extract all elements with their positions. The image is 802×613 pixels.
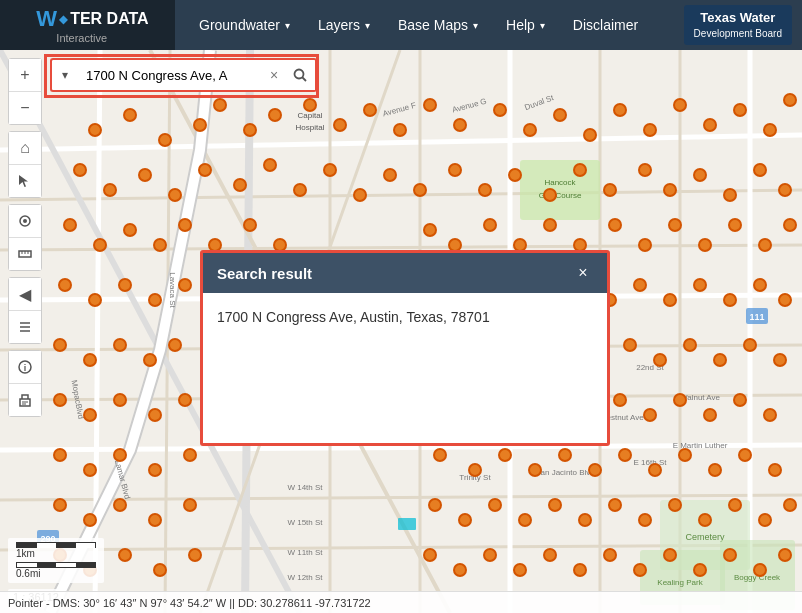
map-dot[interactable] [483,218,497,232]
map-dot[interactable] [178,218,192,232]
map-dot[interactable] [733,103,747,117]
map-dot[interactable] [638,238,652,252]
nav-item-layers[interactable]: Layers ▾ [304,0,384,50]
nav-item-disclaimer[interactable]: Disclaimer [559,0,652,50]
nav-item-groundwater[interactable]: Groundwater ▾ [185,0,304,50]
map-dot[interactable] [738,448,752,462]
map-dot[interactable] [478,183,492,197]
map-dot[interactable] [293,183,307,197]
map-dot[interactable] [763,123,777,137]
map-dot[interactable] [753,563,767,577]
search-clear-button[interactable]: × [263,58,285,92]
map-dot[interactable] [468,463,482,477]
search-dropdown-button[interactable]: ▾ [50,58,78,92]
map-dot[interactable] [188,548,202,562]
map-dot[interactable] [53,338,67,352]
map-dot[interactable] [728,498,742,512]
map-dot[interactable] [703,118,717,132]
map-dot[interactable] [723,188,737,202]
nav-item-help[interactable]: Help ▾ [492,0,559,50]
measure-circle-button[interactable] [9,205,41,237]
map-dot[interactable] [768,463,782,477]
map-dot[interactable] [193,118,207,132]
search-input[interactable] [78,58,263,92]
map-dot[interactable] [138,168,152,182]
map-dot[interactable] [423,98,437,112]
map-dot[interactable] [88,293,102,307]
map-dot[interactable] [693,278,707,292]
map-dot[interactable] [523,123,537,137]
map-dot[interactable] [613,393,627,407]
map-dot[interactable] [448,163,462,177]
info-button[interactable]: i [9,351,41,383]
zoom-in-button[interactable]: + [9,59,41,91]
map-dot[interactable] [53,393,67,407]
map-dot[interactable] [53,448,67,462]
map-dot[interactable] [758,513,772,527]
map-dot[interactable] [183,498,197,512]
map-dot[interactable] [458,513,472,527]
map-dot[interactable] [148,513,162,527]
map-dot[interactable] [683,338,697,352]
map-dot[interactable] [148,408,162,422]
map-dot[interactable] [103,183,117,197]
map-dot[interactable] [493,103,507,117]
map-dot[interactable] [743,338,757,352]
map-dot[interactable] [603,183,617,197]
map-dot[interactable] [513,563,527,577]
map-area[interactable]: 290 111 Cemetery Kealing Park Boggy Cree… [0,50,802,613]
map-dot[interactable] [558,448,572,462]
map-dot[interactable] [663,183,677,197]
map-dot[interactable] [453,563,467,577]
map-dot[interactable] [148,463,162,477]
map-dot[interactable] [783,218,797,232]
map-dot[interactable] [88,123,102,137]
map-dot[interactable] [693,563,707,577]
map-dot[interactable] [608,498,622,512]
map-dot[interactable] [573,563,587,577]
map-dot[interactable] [73,163,87,177]
map-dot[interactable] [113,338,127,352]
map-dot[interactable] [633,278,647,292]
map-dot[interactable] [158,133,172,147]
map-dot[interactable] [693,168,707,182]
map-dot[interactable] [518,513,532,527]
map-dot[interactable] [333,118,347,132]
measure-ruler-button[interactable] [9,238,41,270]
map-dot[interactable] [618,448,632,462]
search-go-button[interactable] [285,58,317,92]
map-dot[interactable] [488,498,502,512]
print-button[interactable] [9,384,41,416]
list-button[interactable] [9,311,41,343]
back-button[interactable]: ◀ [9,278,41,310]
map-dot[interactable] [623,338,637,352]
map-dot[interactable] [413,183,427,197]
map-dot[interactable] [53,498,67,512]
map-dot[interactable] [713,353,727,367]
map-dot[interactable] [528,463,542,477]
map-dot[interactable] [723,293,737,307]
map-dot[interactable] [243,123,257,137]
map-dot[interactable] [263,158,277,172]
map-dot[interactable] [608,218,622,232]
map-dot[interactable] [763,408,777,422]
map-dot[interactable] [383,168,397,182]
map-dot[interactable] [668,498,682,512]
map-dot[interactable] [783,498,797,512]
map-dot[interactable] [733,393,747,407]
map-dot[interactable] [58,278,72,292]
map-dot[interactable] [573,163,587,177]
map-dot[interactable] [243,218,257,232]
map-dot[interactable] [583,128,597,142]
map-dot[interactable] [758,238,772,252]
map-dot[interactable] [118,278,132,292]
map-dot[interactable] [268,108,282,122]
map-dot[interactable] [613,103,627,117]
home-button[interactable]: ⌂ [9,132,41,164]
map-dot[interactable] [638,163,652,177]
map-dot[interactable] [728,218,742,232]
select-button[interactable] [9,165,41,197]
zoom-out-button[interactable]: − [9,92,41,124]
map-dot[interactable] [323,163,337,177]
map-dot[interactable] [753,163,767,177]
